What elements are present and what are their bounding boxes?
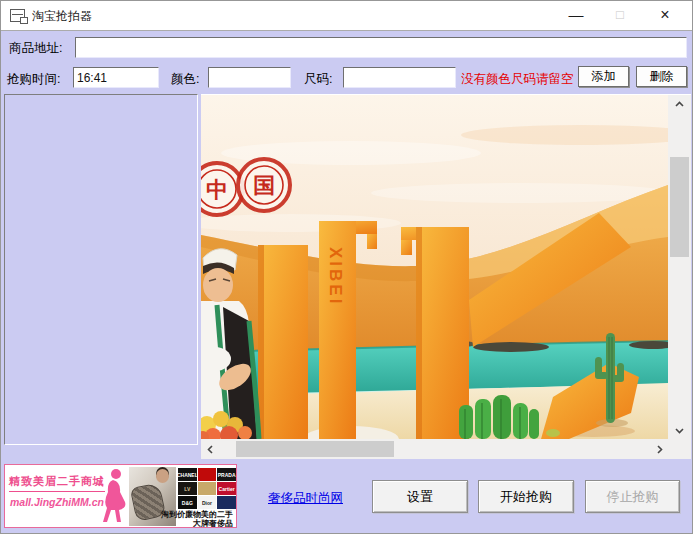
product-url-label: 商品地址: [9, 40, 62, 57]
banner-title: 精致美眉二手商城 [9, 474, 105, 492]
task-listbox[interactable] [4, 94, 198, 445]
brand-tile: PRADA [217, 468, 236, 481]
color-input[interactable] [208, 67, 291, 88]
vertical-scrollbar[interactable] [668, 95, 691, 439]
scroll-down-button[interactable] [668, 421, 691, 439]
vertical-scroll-thumb[interactable] [670, 157, 689, 257]
start-purchase-button[interactable]: 开始抢购 [478, 480, 574, 513]
svg-text:中: 中 [206, 177, 228, 202]
app-window: 淘宝抢拍器 — □ × 商品地址: 抢购时间: 颜色: 尺码: 没有颜色尺码请留… [0, 0, 693, 534]
scroll-up-button[interactable] [668, 95, 691, 113]
scrollbar-corner [668, 439, 691, 459]
brand-tile: Dior [198, 496, 217, 509]
purchase-time-label: 抢购时间: [7, 71, 60, 88]
maximize-button: □ [607, 1, 633, 31]
brand-tile: Cartier [217, 482, 236, 495]
brand-tile [198, 482, 217, 495]
banner-url: mall.JingZhiMM.cn [10, 496, 104, 508]
horizontal-scrollbar[interactable] [201, 439, 668, 459]
brand-logo-grid: CHANEL PRADA LV Cartier D&G Dior [178, 468, 236, 509]
chevron-left-icon [205, 444, 216, 455]
banner-tagline-1: 淘到价廉物美的二手 [115, 510, 233, 519]
brand-tile: LV [178, 482, 197, 495]
size-label: 尺码: [304, 71, 332, 88]
minimize-button[interactable]: — [563, 1, 589, 31]
scroll-left-button[interactable] [201, 439, 219, 459]
banner-tagline-2: 大牌奢侈品 [115, 519, 233, 528]
chevron-right-icon [654, 444, 665, 455]
product-url-input[interactable] [75, 37, 687, 58]
close-button[interactable]: × [652, 1, 678, 31]
size-input[interactable] [343, 67, 456, 88]
brand-tile [198, 468, 217, 481]
brand-tile: D&G [178, 496, 197, 509]
xibei-vertical-text: XIBEI [326, 247, 345, 306]
title-bar: 淘宝抢拍器 — □ × [1, 1, 692, 31]
brand-tile: CHANEL [178, 468, 197, 481]
stop-purchase-button: 停止抢购 [585, 480, 680, 513]
product-image: XIBEI 中 国 [201, 95, 668, 439]
window-title: 淘宝抢拍器 [32, 1, 92, 31]
add-button[interactable]: 添加 [578, 66, 629, 87]
delete-button[interactable]: 删除 [636, 66, 687, 87]
horizontal-scroll-thumb[interactable] [236, 441, 394, 457]
picture-box: XIBEI 中 国 [201, 94, 691, 458]
purchase-time-input[interactable] [73, 67, 159, 88]
chevron-down-icon [674, 425, 685, 436]
scroll-right-button[interactable] [650, 439, 668, 459]
app-icon [10, 9, 25, 22]
brand-tile [217, 496, 236, 509]
chevron-up-icon [674, 99, 685, 110]
settings-button[interactable]: 设置 [372, 480, 468, 513]
model-head [156, 469, 169, 483]
svg-text:国: 国 [253, 173, 275, 198]
color-label: 颜色: [171, 71, 199, 88]
empty-hint-text: 没有颜色尺码请留空 [461, 71, 574, 88]
ad-banner[interactable]: 精致美眉二手商城 mall.JingZhiMM.cn CHANEL PRADA … [4, 464, 237, 528]
luxury-site-link[interactable]: 奢侈品时尚网 [268, 490, 343, 507]
